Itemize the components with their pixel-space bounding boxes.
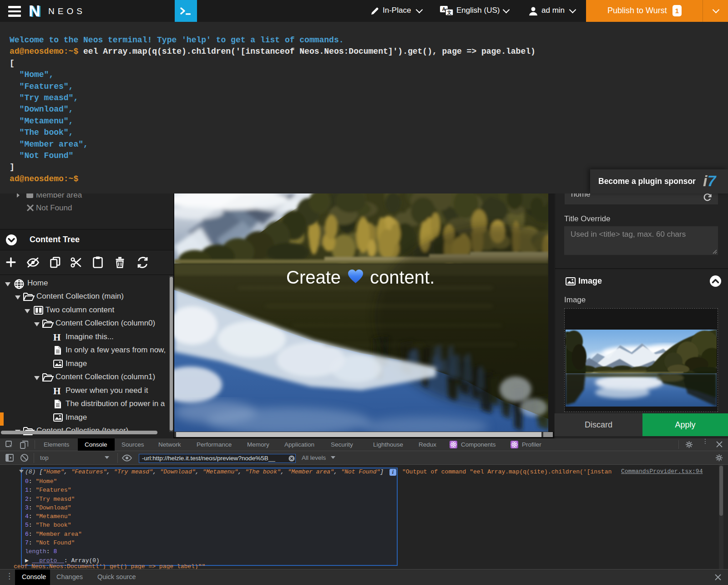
svg-text:content.: content.: [370, 267, 435, 287]
svg-text:Create: Create: [286, 267, 341, 287]
svg-text:文: 文: [447, 10, 452, 15]
